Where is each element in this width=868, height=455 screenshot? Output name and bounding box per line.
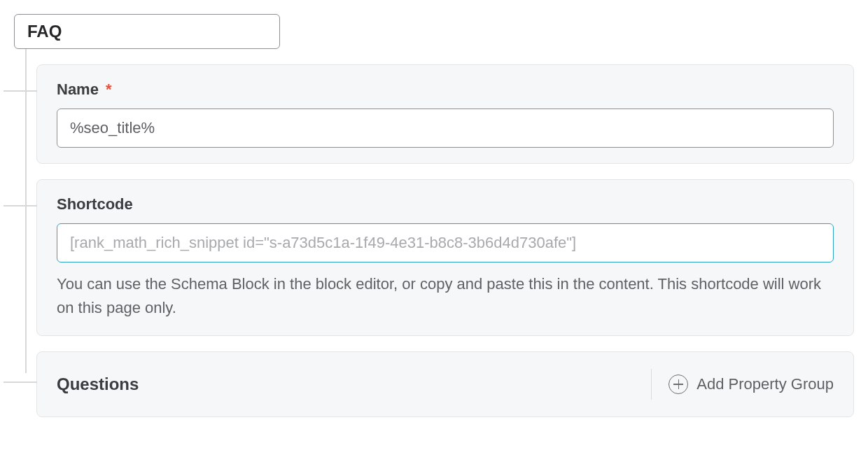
schema-tree: FAQ Name * Shortcode You can use the Sch… — [14, 14, 854, 417]
shortcode-label: Shortcode — [57, 195, 133, 213]
shortcode-input[interactable] — [57, 223, 834, 262]
name-label-row: Name * — [57, 80, 834, 99]
schema-children: Name * Shortcode You can use the Schema … — [36, 64, 854, 417]
name-input[interactable] — [57, 108, 834, 148]
name-label: Name — [57, 80, 99, 98]
add-property-group-button[interactable]: Add Property Group — [651, 369, 834, 400]
schema-type-label: FAQ — [27, 22, 62, 41]
required-marker: * — [106, 80, 112, 98]
shortcode-label-row: Shortcode — [57, 195, 834, 214]
questions-card: Questions Add Property Group — [36, 351, 854, 417]
shortcode-help-text: You can use the Schema Block in the bloc… — [57, 272, 834, 320]
name-card: Name * — [36, 64, 854, 164]
plus-circle-icon — [668, 374, 688, 394]
schema-type-tag[interactable]: FAQ — [14, 14, 280, 49]
questions-label: Questions — [57, 374, 139, 394]
shortcode-card: Shortcode You can use the Schema Block i… — [36, 179, 854, 336]
add-property-group-label: Add Property Group — [696, 375, 834, 393]
